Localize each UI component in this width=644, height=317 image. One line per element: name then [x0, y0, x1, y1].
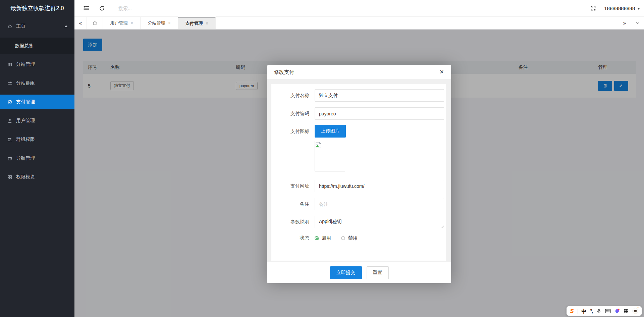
edit-payment-modal: 修改支付 ✕ 支付名称 支付编码 支付图标 上传图片 [267, 65, 451, 283]
tabs-scroll-left-button[interactable]: « [74, 17, 87, 29]
fullscreen-icon[interactable] [590, 5, 596, 11]
sidebar-item-label: 分站管理 [16, 61, 35, 67]
status-radio-disabled[interactable]: 禁用 [341, 235, 358, 241]
tabbar-spacer [216, 17, 618, 29]
sidebar-item-home[interactable]: 主页 [0, 19, 74, 34]
app-grid-icon[interactable] [624, 309, 629, 314]
sidebar-item-substation-mgmt[interactable]: 分站管理 [0, 57, 74, 72]
payment-name-field[interactable] [315, 89, 444, 102]
sidebar-item-label: 分站群组 [16, 80, 35, 86]
modal-title: 修改支付 [274, 69, 294, 75]
broken-image-icon [316, 142, 321, 148]
caret-down-icon [637, 8, 640, 10]
sidebar-item-substation-groups[interactable]: 分站群组 [0, 76, 74, 91]
chinese-mode-icon[interactable]: 中 [582, 309, 587, 314]
tab-label: 用户管理 [110, 20, 127, 26]
collapse-sidebar-icon[interactable] [83, 5, 90, 11]
close-icon[interactable]: × [168, 21, 170, 25]
search-input[interactable] [118, 6, 192, 11]
tab-label: 支付管理 [185, 20, 203, 27]
tab-home[interactable] [87, 17, 103, 29]
close-icon[interactable]: × [130, 21, 133, 25]
users-icon [7, 137, 12, 142]
phone-number: 18888888888 [604, 5, 635, 11]
sidebar-item-permission-modules[interactable]: 权限模块 [0, 170, 74, 184]
grid-icon [7, 174, 12, 180]
payment-url-field[interactable] [315, 180, 444, 192]
modal-header: 修改支付 ✕ [267, 65, 451, 79]
form-row-url: 支付网址 [276, 180, 444, 192]
radio-label: 禁用 [348, 235, 358, 241]
sidebar-item-label: 权限模块 [16, 174, 35, 180]
tabs-scroll-right-button[interactable]: » [618, 17, 631, 29]
topbar: 18888888888 [74, 0, 644, 17]
tab-substation-mgmt[interactable]: 分站管理 × [141, 17, 178, 29]
sidebar-item-label: 导航管理 [16, 155, 35, 161]
remark-field[interactable] [315, 198, 444, 210]
icon-label: 支付图标 [276, 125, 309, 171]
payment-code-field[interactable] [315, 107, 444, 120]
payment-form: 支付名称 支付编码 支付图标 上传图片 支付网址 [271, 84, 446, 261]
radio-unselected-icon [341, 236, 345, 240]
sidebar-menu: 主页 数据总览 分站管理 分站群组 支付管理 用户管理 群组权限 导航管理 [0, 17, 74, 184]
form-row-icon: 支付图标 上传图片 [276, 125, 444, 171]
modal-footer: 立即提交 重置 [267, 262, 451, 283]
sidebar-item-label: 主页 [16, 23, 25, 29]
color-palette-icon[interactable] [614, 308, 620, 314]
caret-up-icon [64, 25, 68, 27]
tabs-menu-button[interactable] [631, 17, 644, 29]
code-label: 支付编码 [276, 107, 309, 120]
sidebar: 最新独立收款进群2.0 主页 数据总览 分站管理 分站群组 支付管理 用户管理 … [0, 0, 74, 317]
sidebar-item-user-mgmt[interactable]: 用户管理 [0, 113, 74, 128]
user-icon [7, 118, 12, 123]
user-account-dropdown[interactable]: 18888888888 [604, 5, 640, 11]
form-row-params: 参数说明 Appid|秘钥 [276, 216, 444, 228]
status-radio-enabled[interactable]: 启用 [315, 235, 331, 241]
sidebar-item-label: 用户管理 [16, 118, 35, 124]
sidebar-item-label: 数据总览 [15, 43, 34, 49]
image-preview-box [315, 141, 345, 171]
reset-button[interactable]: 重置 [367, 266, 389, 279]
sidebar-item-label: 支付管理 [16, 99, 35, 105]
form-row-name: 支付名称 [276, 89, 444, 102]
form-row-remark: 备注 [276, 198, 444, 210]
ime-toolbar: S 中 °, ✦ [567, 306, 642, 316]
radio-selected-icon [315, 236, 319, 240]
microphone-icon[interactable] [596, 309, 601, 314]
tab-user-mgmt[interactable]: 用户管理 × [103, 17, 141, 29]
url-label: 支付网址 [276, 180, 309, 192]
params-label: 参数说明 [276, 216, 309, 228]
upload-image-button[interactable]: 上传图片 [315, 125, 346, 138]
close-icon[interactable]: × [206, 21, 208, 26]
punctuation-icon[interactable]: °, [590, 309, 593, 313]
tab-payment-mgmt[interactable]: 支付管理 × [178, 17, 216, 29]
params-description-field[interactable]: Appid|秘钥 [315, 216, 444, 228]
status-label: 状态 [276, 235, 309, 241]
modal-body: 支付名称 支付编码 支付图标 上传图片 支付网址 [267, 79, 451, 262]
refresh-icon[interactable] [99, 5, 105, 11]
shield-check-icon [7, 99, 12, 105]
copy-icon [7, 156, 12, 161]
topbar-right: 18888888888 [590, 5, 644, 11]
home-icon [7, 23, 12, 29]
app-title: 最新独立收款进群2.0 [0, 0, 74, 17]
columns-icon [7, 62, 12, 67]
keyboard-icon[interactable] [605, 309, 611, 313]
emoji-icon[interactable]: ✦ [632, 308, 638, 314]
name-label: 支付名称 [276, 89, 309, 102]
form-row-status: 状态 启用 禁用 [276, 235, 444, 241]
remark-label: 备注 [276, 198, 309, 210]
sogou-logo-icon[interactable]: S [570, 308, 574, 314]
sidebar-item-data-overview[interactable]: 数据总览 [0, 38, 74, 54]
close-icon[interactable]: ✕ [436, 65, 448, 79]
tab-label: 分站管理 [148, 20, 165, 26]
form-row-code: 支付编码 [276, 107, 444, 120]
sidebar-item-group-permissions[interactable]: 群组权限 [0, 132, 74, 147]
sliders-icon [7, 81, 12, 86]
sidebar-item-payment-mgmt[interactable]: 支付管理 [0, 95, 74, 109]
sidebar-item-nav-mgmt[interactable]: 导航管理 [0, 151, 74, 166]
submit-button[interactable]: 立即提交 [330, 266, 362, 279]
divider [578, 309, 578, 314]
radio-label: 启用 [322, 235, 331, 241]
tabbar: « 用户管理 × 分站管理 × 支付管理 × » [74, 17, 644, 30]
